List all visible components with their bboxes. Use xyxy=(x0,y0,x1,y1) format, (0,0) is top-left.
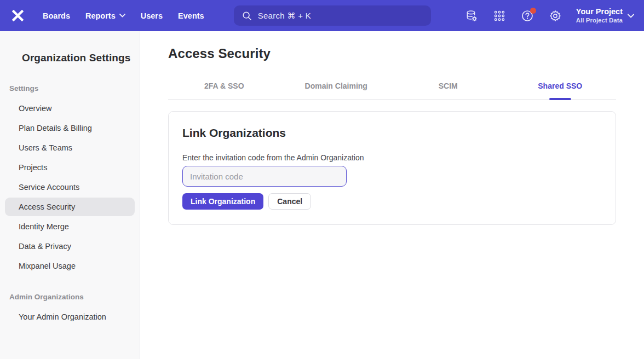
chevron-down-icon xyxy=(628,14,634,18)
tab-label: SCIM xyxy=(439,82,458,90)
sidebar-title: Organization Settings xyxy=(22,52,140,64)
tab-label: 2FA & SSO xyxy=(204,82,244,90)
sidebar-item-mixpanel-usage[interactable]: Mixpanel Usage xyxy=(5,257,135,275)
navbar-right: Your Project All Project Data xyxy=(464,7,644,25)
nav-item-users[interactable]: Users xyxy=(133,7,170,25)
search-input[interactable]: Search ⌘ + K xyxy=(234,5,431,26)
sidebar-item-plan-details-billing[interactable]: Plan Details & Billing xyxy=(5,119,135,137)
main-content: Access Security 2FA & SSO Domain Claimin… xyxy=(140,31,644,359)
sidebar-item-service-accounts[interactable]: Service Accounts xyxy=(5,178,135,196)
content-row: Organization Settings Settings Overview … xyxy=(0,31,644,359)
sidebar-item-data-privacy[interactable]: Data & Privacy xyxy=(5,237,135,256)
tab-shared-sso[interactable]: Shared SSO xyxy=(504,77,617,99)
nav-item-label: Boards xyxy=(43,11,70,20)
nav-item-label: Users xyxy=(141,11,163,20)
invitation-code-input[interactable] xyxy=(182,166,347,187)
page: Boards Reports Users Events Search ⌘ + K xyxy=(0,0,644,359)
tab-domain-claiming[interactable]: Domain Claiming xyxy=(280,77,393,99)
primary-nav: Boards Reports Users Events xyxy=(35,7,212,25)
tab-label: Domain Claiming xyxy=(305,82,367,90)
project-text: Your Project All Project Data xyxy=(576,7,623,25)
tab-label: Shared SSO xyxy=(538,82,582,90)
sidebar-item-projects[interactable]: Projects xyxy=(5,158,135,177)
nav-item-label: Events xyxy=(178,11,204,20)
search-placeholder: Search ⌘ + K xyxy=(258,11,311,21)
link-organization-button[interactable]: Link Organization xyxy=(182,193,263,210)
page-title: Access Security xyxy=(168,46,616,61)
search-icon xyxy=(242,11,252,21)
apps-grid-icon[interactable] xyxy=(492,9,507,23)
sidebar-section-admin-organizations: Admin Organizations xyxy=(9,293,140,301)
sidebar-item-users-teams[interactable]: Users & Teams xyxy=(5,138,135,157)
notification-badge xyxy=(530,8,536,14)
button-row: Link Organization Cancel xyxy=(182,193,602,210)
sidebar-item-your-admin-organization[interactable]: Your Admin Organization xyxy=(5,308,135,326)
settings-gear-icon[interactable] xyxy=(548,9,562,23)
card-title: Link Organizations xyxy=(182,126,602,140)
help-icon[interactable] xyxy=(520,9,534,23)
sidebar-item-overview[interactable]: Overview xyxy=(5,99,135,118)
invitation-code-label: Enter the invitation code from the Admin… xyxy=(182,153,602,162)
project-selector[interactable]: Your Project All Project Data xyxy=(576,7,634,25)
project-name: Your Project xyxy=(576,7,623,16)
settings-sidebar: Organization Settings Settings Overview … xyxy=(0,31,140,359)
top-navbar: Boards Reports Users Events Search ⌘ + K xyxy=(0,0,644,31)
cancel-button[interactable]: Cancel xyxy=(268,193,311,210)
nav-item-label: Reports xyxy=(85,11,116,20)
link-organizations-card: Link Organizations Enter the invitation … xyxy=(168,111,616,225)
tab-2fa-sso[interactable]: 2FA & SSO xyxy=(168,77,280,99)
chevron-down-icon xyxy=(119,14,125,18)
nav-item-reports[interactable]: Reports xyxy=(78,7,133,25)
tab-scim[interactable]: SCIM xyxy=(392,77,504,99)
project-subtitle: All Project Data xyxy=(576,16,623,25)
sidebar-item-access-security[interactable]: Access Security xyxy=(5,198,135,216)
tab-bar: 2FA & SSO Domain Claiming SCIM Shared SS… xyxy=(168,77,616,100)
nav-item-boards[interactable]: Boards xyxy=(35,7,78,25)
data-settings-icon[interactable] xyxy=(464,9,479,23)
mixpanel-logo-icon xyxy=(11,9,25,22)
sidebar-section-settings: Settings xyxy=(9,84,140,92)
sidebar-item-identity-merge[interactable]: Identity Merge xyxy=(5,217,135,236)
nav-item-events[interactable]: Events xyxy=(170,7,212,25)
mixpanel-logo[interactable] xyxy=(0,9,35,22)
